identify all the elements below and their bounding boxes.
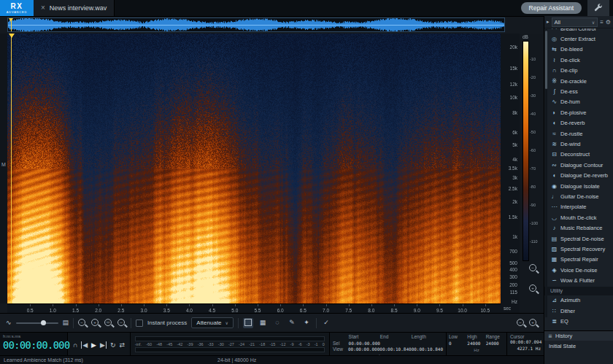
horizontal-zoom-out-button[interactable]: − (517, 319, 525, 328)
time-label: 10.5 (478, 308, 493, 313)
frequency-value: 24000 (486, 341, 504, 347)
vertical-zoom-in-button[interactable]: + (529, 284, 538, 293)
vertical-zoom-out-button[interactable]: − (529, 264, 538, 273)
zoom-fit-button[interactable]: ↔ (117, 319, 126, 328)
lasso-selection-tool[interactable]: ◌ (272, 318, 282, 328)
freq-label: 1.5k (509, 214, 517, 220)
module-item-label: Music Rebalance (560, 225, 603, 231)
spectrogram-canvas[interactable] (7, 34, 501, 303)
meter-tick-label: -60 (146, 342, 152, 346)
module-item-spectral-recovery[interactable]: ▨Spectral Recovery (549, 244, 613, 254)
module-item-mouth-de-click[interactable]: ◡Mouth De-click (549, 212, 613, 222)
status-message: Learned Ambience Match (312 ms) (4, 357, 83, 363)
meter-tick-label: -36 (198, 342, 204, 346)
horizontal-zoom-group: − + (517, 319, 538, 328)
module-item-breath-control[interactable]: ◠Breath Control (549, 28, 613, 34)
module-item-de-bleed[interactable]: ⇆De-bleed (549, 44, 613, 55)
transport-skip-to-end-button[interactable]: ▶ (99, 338, 107, 349)
apply-check-button[interactable]: ✓ (321, 318, 331, 328)
spectrogram-opacity-slider[interactable] (16, 320, 58, 327)
module-item-dialogue-contour[interactable]: ∾Dialogue Contour (549, 160, 613, 170)
module-item-azimuth[interactable]: ⊿Azimuth (549, 295, 613, 306)
zoom-out-button[interactable]: − (78, 319, 87, 328)
repair-assistant-button[interactable]: Repair Assistant (521, 2, 582, 14)
transport-monitor-button[interactable]: ∩ (72, 338, 78, 349)
module-item-label: Deconstruct (560, 151, 590, 158)
magic-wand-tool[interactable]: ✦ (301, 318, 312, 328)
time-ruler[interactable]: 0.51.01.52.02.53.03.54.04.55.05.56.06.57… (7, 303, 501, 314)
colorbar-gradient[interactable] (523, 41, 529, 261)
process-mode-value: Attenuate (196, 320, 221, 326)
module-item-dither[interactable]: ∷Dither (549, 306, 613, 316)
transport-skip-to-start-button[interactable]: ◀ (80, 338, 88, 349)
time-tick (53, 304, 53, 306)
instant-process-checkbox[interactable] (136, 320, 143, 327)
module-item-de-reverb[interactable]: ◖De-reverb (549, 118, 613, 128)
frequency-ruler[interactable]: Hz 20k15k12k10k8k6k5k4k3.5k3k2.5k2k1.5k1… (501, 34, 520, 313)
module-item-de-crackle[interactable]: ※De-crackle (549, 76, 613, 86)
freq-label: 400 (509, 267, 517, 272)
module-item-guitar-de-noise[interactable]: ♩Guitar De-noise (549, 191, 613, 201)
history-header[interactable]: ≣ History (544, 331, 613, 341)
spectral-recovery-icon: ▨ (551, 246, 558, 252)
module-item-eq[interactable]: ≣EQ (549, 317, 613, 327)
module-item-music-rebalance[interactable]: ♪Music Rebalance (549, 222, 613, 233)
module-item-voice-de-noise[interactable]: ◈Voice De-noise (549, 265, 613, 275)
titlebar-right: Repair Assistant (521, 0, 613, 16)
transport-loop-button[interactable]: ↻ (109, 338, 117, 349)
module-list-icon[interactable]: ≡ (600, 19, 604, 26)
module-item-de-clip[interactable]: ∩De-clip (549, 66, 613, 76)
level-meter: -inf.-60-48-45-42-39-36-33-30-27-24-21-1… (131, 333, 330, 355)
module-item-deconstruct[interactable]: ⊟Deconstruct (549, 150, 613, 160)
brush-selection-tool[interactable]: ✎ (287, 318, 297, 328)
amplitude-colorbar[interactable]: dB -10-20-30-40-50-60-70-80-90-100-110 −… (520, 34, 544, 313)
module-item-dialogue-isolate[interactable]: ◉Dialogue Isolate (549, 181, 613, 191)
de-plosive-icon: ◗ (551, 109, 558, 116)
playhead-line[interactable] (11, 34, 12, 303)
time-frequency-selection-tool[interactable]: ▦ (258, 318, 268, 328)
module-item-de-hum[interactable]: ∿De-hum (549, 97, 613, 107)
transport-buttons: ∩◀▶▶↻⇄ (68, 333, 131, 355)
spectrogram-view[interactable] (7, 34, 501, 303)
link-icon: ⇄ (119, 341, 125, 349)
zoom-in-button[interactable]: + (91, 319, 100, 328)
db-tick-label: -60 (530, 148, 536, 152)
overview-waveform-canvas[interactable] (8, 18, 504, 31)
module-item-de-rustle[interactable]: ≈De-rustle (549, 128, 613, 139)
preview-arrow-icon[interactable]: ▸ (547, 19, 550, 25)
frequency-values: 02400024000 (449, 341, 504, 347)
module-settings-icon[interactable]: ⚙ (606, 19, 611, 26)
module-item-center-extract[interactable]: ◎Center Extract (549, 34, 613, 44)
module-scrollbar-thumb[interactable] (545, 31, 547, 89)
module-item-interpolate[interactable]: ⋯Interpolate (549, 202, 613, 212)
module-filter-dropdown[interactable]: All ∨ (552, 18, 598, 27)
tab-close-icon[interactable]: × (41, 4, 45, 12)
module-item-spectral-de-noise[interactable]: ▤Spectral De-noise (549, 233, 613, 244)
module-item-de-wind[interactable]: ≋De-wind (549, 139, 613, 149)
file-tab[interactable]: × News interview.wav (34, 0, 115, 16)
module-item-dialogue-de-reverb[interactable]: ◖Dialogue De-reverb (549, 170, 613, 180)
transport-play-button[interactable]: ▶ (90, 338, 97, 349)
tools-menu-button[interactable] (587, 0, 609, 16)
process-mode-dropdown[interactable]: Attenuate ∨ (191, 317, 234, 328)
slider-thumb[interactable] (41, 320, 46, 325)
time-label: 9.0 (409, 308, 424, 313)
de-bleed-icon: ⇆ (551, 46, 558, 53)
time-selection-tool[interactable] (243, 318, 253, 328)
frequency-unit-label: Hz (512, 299, 517, 304)
overview-waveform[interactable] (7, 18, 505, 32)
module-item-de-ess[interactable]: ∫De-ess (549, 86, 613, 96)
history-item[interactable]: Initial State (544, 341, 613, 352)
play-icon: ▶ (91, 341, 96, 349)
time-display: h:m:s.ms 00:00:00.000 (0, 333, 68, 355)
de-ess-icon: ∫ (551, 88, 558, 95)
module-item-wow-flutter[interactable]: ∽Wow & Flutter (549, 275, 613, 285)
zoom-selection-button[interactable]: ▭ (104, 319, 113, 328)
module-item-de-click[interactable]: ≀De-click (549, 55, 613, 65)
status-bar: Learned Ambience Match (312 ms) 24-bit |… (0, 355, 544, 364)
horizontal-zoom-in-button[interactable]: + (529, 319, 538, 328)
transport-link-button[interactable]: ⇄ (118, 338, 126, 349)
module-item-spectral-repair[interactable]: ▦Spectral Repair (549, 255, 613, 265)
module-item-de-plosive[interactable]: ◗De-plosive (549, 107, 613, 117)
meter-tick-label: 0 (323, 342, 325, 346)
